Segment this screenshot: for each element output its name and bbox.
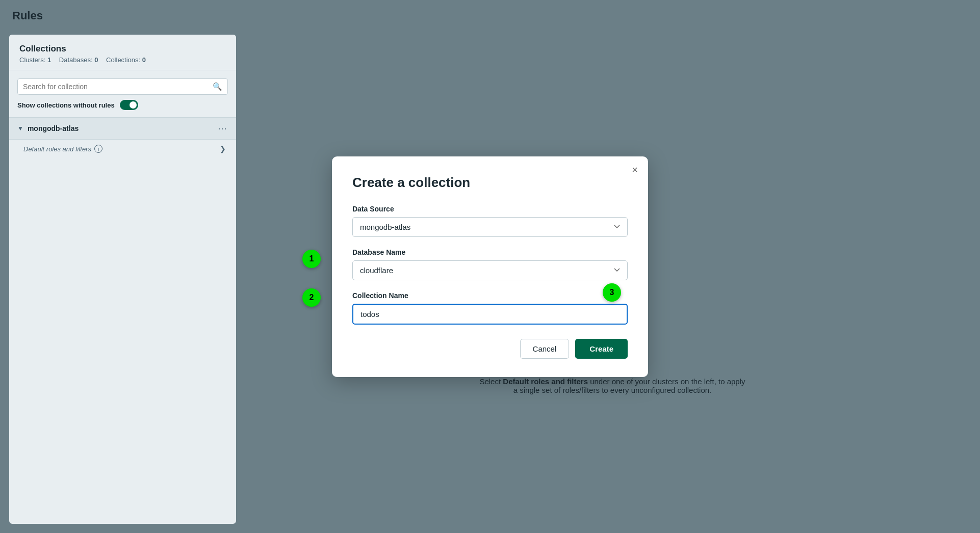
- annotation-3: 3: [603, 283, 621, 302]
- modal-close-button[interactable]: ×: [632, 165, 638, 175]
- collection-name-label: Collection Name: [352, 291, 628, 300]
- create-button[interactable]: Create: [575, 339, 628, 359]
- collection-name-input[interactable]: [352, 304, 628, 325]
- database-name-select[interactable]: cloudflare: [352, 260, 628, 280]
- annotation-2: 2: [302, 288, 321, 307]
- create-collection-modal: × Create a collection Data Source mongod…: [332, 156, 648, 377]
- cancel-button[interactable]: Cancel: [520, 339, 570, 359]
- annotation-1: 1: [302, 250, 321, 268]
- data-source-group: Data Source mongodb-atlas: [352, 205, 628, 237]
- modal-overlay: × Create a collection Data Source mongod…: [0, 0, 980, 533]
- database-name-label: Database Name: [352, 248, 628, 256]
- collection-name-group: Collection Name: [352, 291, 628, 325]
- data-source-label: Data Source: [352, 205, 628, 213]
- database-name-group: Database Name cloudflare: [352, 248, 628, 280]
- data-source-select[interactable]: mongodb-atlas: [352, 217, 628, 237]
- modal-footer: Cancel Create: [352, 339, 628, 359]
- modal-title: Create a collection: [352, 175, 628, 191]
